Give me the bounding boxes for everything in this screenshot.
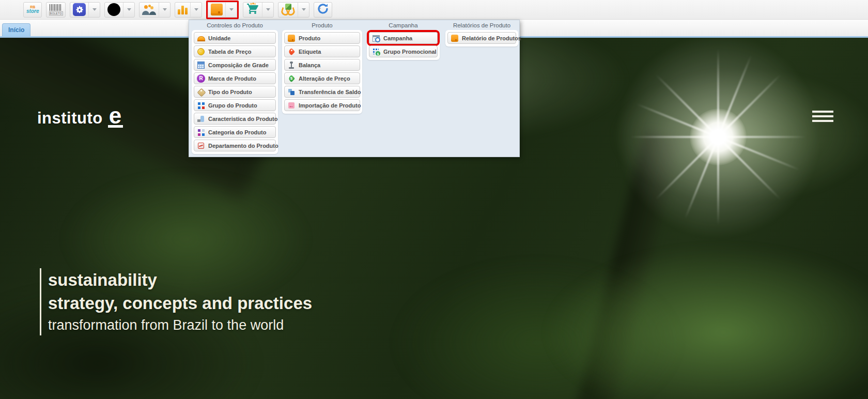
menu-item-label: Caracteristica do Produto (208, 116, 277, 122)
menu-item-label: Composição de Grade (208, 62, 269, 68)
menu-item-relatorio-de-produtos[interactable]: Relatório de Produtos (447, 32, 516, 44)
menu-item-label: Tabela de Preço (208, 49, 252, 55)
menu-column-relatorios: Relatórios de Produto Relatório de Produ… (445, 21, 518, 47)
registered-brand-icon: R (197, 74, 205, 83)
menu-item-tabela-de-preco[interactable]: Tabela de Preço (194, 45, 276, 57)
menu-item-label: Marca de Produto (208, 75, 256, 82)
gear-icon (73, 3, 86, 16)
menu-item-importacao-de-produto[interactable]: ← Importação de Produto (284, 99, 360, 111)
campaign-search-icon (372, 34, 380, 42)
menu-item-label: Grupo Promocional (383, 49, 437, 55)
chevron-down-icon (127, 8, 131, 11)
tag-icon (197, 88, 205, 96)
refresh-button[interactable] (314, 3, 332, 17)
toolbar-group-sales (243, 2, 274, 18)
menu-item-label: Alteração de Preço (299, 75, 350, 82)
toolbar-group-refresh (314, 2, 332, 18)
menu-item-label: Produto (299, 35, 320, 41)
menu-item-alteracao-de-preco[interactable]: $ Alteração de Preço (284, 72, 360, 84)
grid-table-icon (197, 61, 205, 69)
chevron-down-icon (266, 8, 270, 11)
logo-word: instituto (37, 109, 103, 128)
menu-item-caracteristica-do-produto[interactable]: Caracteristica do Produto (194, 113, 276, 125)
hero-text-block: sustainability strategy, concepts and pr… (40, 268, 312, 335)
arrow-left-glyph: ← (287, 101, 296, 110)
sales-button[interactable] (243, 3, 262, 17)
menu-column-header: Relatórios de Produto (445, 21, 518, 30)
store-logo-icon: RB store (26, 5, 39, 14)
menu-item-marca-de-produto[interactable]: R Marca de Produto (194, 72, 276, 84)
product-box-icon (287, 34, 296, 42)
category-squares-icon (197, 128, 205, 136)
department-icon (197, 142, 205, 150)
import-arrow-icon: ← (287, 101, 296, 110)
account-button[interactable] (105, 3, 123, 17)
menu-card: Campanha $ Grupo Promocional (367, 30, 440, 60)
menu-column-controles: Controles do Produto Unidade Tabela de P… (192, 21, 278, 154)
menu-item-tipo-do-produto[interactable]: Tipo do Produto (194, 86, 276, 98)
boleto-label: BOLETO (49, 11, 63, 16)
menu-item-grupo-do-produto[interactable]: Grupo do Produto (194, 99, 276, 111)
store-logo-bottom: store (26, 9, 39, 14)
product-box-icon (211, 4, 223, 16)
label-tag-icon (287, 48, 296, 56)
chevron-down-icon (302, 8, 306, 11)
products-dropdown-panel: Controles do Produto Unidade Tabela de P… (189, 20, 520, 157)
delivery-button[interactable] (278, 3, 298, 17)
menu-item-etiqueta[interactable]: Etiqueta (284, 45, 360, 57)
menu-card: Unidade Tabela de Preço Composição de Gr… (192, 30, 278, 154)
menu-item-label: Balança (299, 62, 320, 68)
menu-item-departamento-do-produto[interactable]: Departamento do Produto (194, 140, 276, 151)
menu-item-grupo-promocional[interactable]: $ Grupo Promocional (369, 45, 438, 57)
delivery-dropdown-arrow[interactable] (298, 3, 309, 17)
menu-column-produto: Produto Produto Etiqueta Balança $ Alter… (282, 21, 362, 114)
menu-item-produto[interactable]: Produto (284, 32, 360, 44)
report-box-icon (451, 34, 459, 42)
menu-item-transferencia-de-saldo[interactable]: Transferência de Saldo (284, 86, 360, 98)
menu-item-label: Importação de Produto (299, 102, 361, 109)
chevron-down-icon (92, 8, 97, 11)
menu-item-label: Relatório de Produtos (462, 35, 521, 41)
sales-dropdown-arrow[interactable] (262, 3, 273, 17)
dollar-glyph: $ (376, 52, 380, 56)
hands-cube-icon (281, 4, 295, 16)
settings-button[interactable] (70, 3, 88, 17)
toolbar-group-reports (175, 2, 202, 18)
hamburger-menu-icon[interactable] (812, 111, 833, 125)
characteristic-icon (197, 115, 205, 123)
boleto-button[interactable]: BOLETO (47, 3, 65, 17)
transfer-icon (287, 88, 296, 96)
reports-button[interactable] (175, 3, 190, 17)
toolbar-group-settings (70, 2, 100, 18)
scale-icon (287, 61, 296, 69)
barcode-bars (50, 4, 62, 11)
people-dropdown-arrow[interactable] (159, 3, 170, 17)
menu-item-campanha[interactable]: Campanha (369, 32, 438, 44)
menu-item-composicao-de-grade[interactable]: Composição de Grade (194, 59, 276, 71)
menu-item-categoria-do-produto[interactable]: Categoria do Produto (194, 126, 276, 138)
barcode-icon: BOLETO (49, 4, 63, 16)
menu-item-unidade[interactable]: Unidade (194, 32, 276, 44)
price-change-icon: $ (287, 74, 296, 83)
toolbar-group-boleto: BOLETO (46, 2, 66, 18)
tab-inicio[interactable]: Início (2, 23, 30, 36)
menu-card: Relatório de Produtos (445, 30, 518, 47)
menu-item-balanca[interactable]: Balança (284, 59, 360, 71)
store-button[interactable]: RB store (24, 3, 41, 17)
products-button-highlight (206, 1, 239, 19)
promo-group-icon: $ (372, 48, 380, 56)
toolbar-group-store: RB store (23, 2, 42, 18)
menu-card: Produto Etiqueta Balança $ Alteração de … (282, 30, 362, 114)
products-dropdown-arrow[interactable] (225, 3, 237, 17)
menu-item-label: Campanha (383, 35, 412, 41)
people-button[interactable] (140, 3, 159, 17)
reports-dropdown-arrow[interactable] (190, 3, 202, 17)
settings-dropdown-arrow[interactable] (88, 3, 100, 17)
toolbar-group-delivery (278, 2, 309, 18)
main-toolbar: RB store BOLETO (0, 0, 868, 20)
menu-column-header: Produto (282, 21, 362, 30)
unit-icon (197, 34, 205, 42)
account-dropdown-arrow[interactable] (123, 3, 134, 17)
toolbar-group-account (104, 2, 135, 18)
products-button[interactable] (208, 3, 225, 17)
